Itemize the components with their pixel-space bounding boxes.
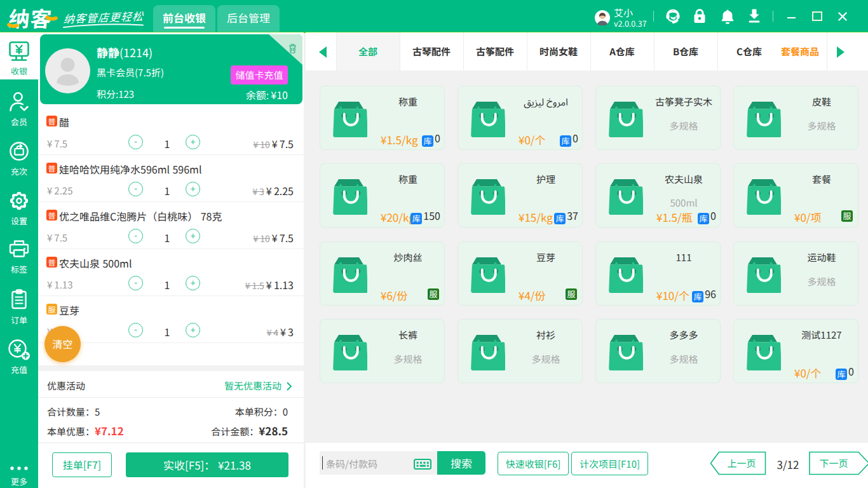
svg-text:上一页: 上一页 [727, 456, 756, 470]
svg-text:下一页: 下一页 [819, 456, 848, 470]
